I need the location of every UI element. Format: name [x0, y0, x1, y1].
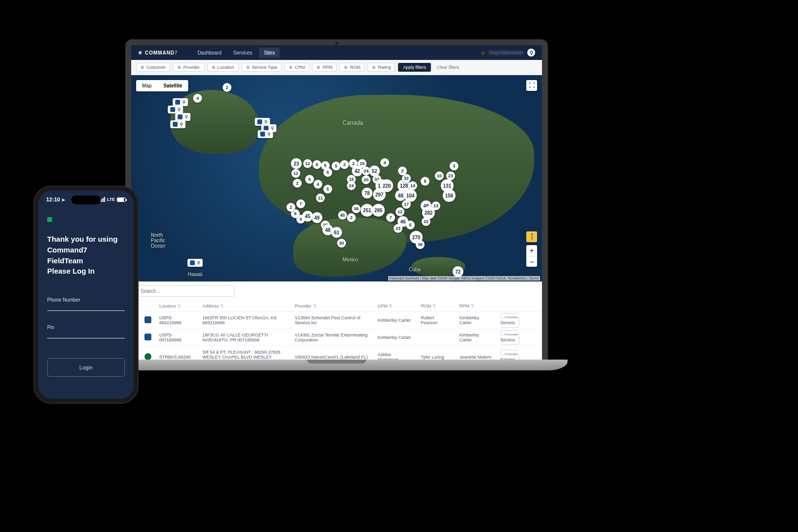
map-cluster[interactable]: 22 — [422, 217, 430, 226]
col-rom[interactable]: ROM⇅ — [417, 301, 456, 312]
create-service-button[interactable]: Create Service — [500, 350, 519, 360]
map-cluster[interactable]: 5 — [323, 168, 332, 177]
map-cluster[interactable]: 6 — [313, 160, 321, 169]
cell-location: USPS-007199998 — [155, 329, 199, 346]
create-service-button[interactable]: Create Service — [500, 330, 519, 345]
cell-rpm: Kimberley Carter — [456, 329, 496, 346]
filter-cpm[interactable]: ⊕CPM — [285, 63, 309, 72]
nav-dashboard[interactable]: Dashboard — [193, 48, 227, 58]
map-fullscreen-button[interactable]: ⛶ — [526, 80, 537, 91]
map-cluster[interactable]: 5 — [406, 221, 415, 229]
clear-filters-button[interactable]: Clear filters — [434, 63, 462, 72]
filter-bar: ⊕Customer ⊕Provider ⊕Location ⊕Service T… — [131, 60, 542, 75]
map-cluster[interactable]: 4 — [314, 180, 322, 189]
laptop-camera — [335, 42, 338, 45]
map-pin[interactable]: ⚲ — [168, 106, 183, 113]
laptop-bezel: ✳ COMMAND7 Dashboard Services Sites ◇ Gr… — [125, 39, 548, 360]
brand-logo: ✳ COMMAND7 — [138, 50, 178, 56]
nav-sites[interactable]: Sites — [259, 48, 280, 58]
map-cluster[interactable]: 2 — [398, 167, 407, 175]
cell-cpm: Ashlee Mortensen — [373, 346, 417, 360]
map-cluster[interactable]: 23 — [394, 224, 402, 233]
map-cluster[interactable]: 295 — [372, 204, 385, 217]
map-cluster[interactable]: 12 — [291, 169, 300, 178]
map-cluster[interactable]: 2 — [223, 83, 231, 92]
map-cluster[interactable]: 10 — [435, 171, 444, 180]
apply-filters-button[interactable]: Apply filters — [398, 63, 431, 72]
map-cluster[interactable]: 12 — [396, 207, 404, 216]
map-cluster[interactable]: 49 — [312, 212, 322, 223]
phone-number-field[interactable]: Phone Number — [47, 297, 125, 311]
cell-rpm: Kimberley Carter — [456, 312, 496, 329]
map-pin[interactable]: ⚲ — [188, 259, 203, 267]
map-pin[interactable]: ⚲ — [171, 120, 186, 128]
map-cluster[interactable]: 45 — [338, 211, 347, 220]
table-search-row — [131, 281, 542, 301]
filter-customer[interactable]: ⊕Customer — [136, 63, 170, 72]
map-cluster[interactable]: 17 — [402, 200, 411, 209]
map-cluster[interactable]: 8 — [421, 177, 429, 186]
map-cluster[interactable]: 72 — [453, 266, 463, 277]
map-cluster[interactable]: 5 — [323, 185, 332, 194]
map-container[interactable]: Map Satellite ⛶ 🧍 + − Canada Mexico Nort… — [131, 75, 542, 281]
col-provider[interactable]: Provider⇅ — [291, 301, 373, 312]
map-cluster[interactable]: 11 — [316, 194, 325, 202]
map-cluster[interactable]: 158 — [443, 189, 456, 202]
col-address[interactable]: Address⇅ — [199, 301, 291, 312]
map-cluster[interactable]: 12 — [303, 159, 312, 168]
brand-text: COMMAND7 — [145, 50, 178, 56]
map-cluster[interactable]: 5 — [332, 162, 341, 170]
map-cluster[interactable]: 7 — [296, 199, 305, 208]
map-pin[interactable]: ⚲ — [175, 113, 191, 121]
user-avatar[interactable]: ⚲ — [527, 49, 535, 56]
map-cluster[interactable]: 24 — [347, 181, 356, 190]
map-cluster[interactable]: 2 — [286, 203, 295, 212]
map-cluster[interactable]: 3 — [450, 162, 458, 170]
map-cluster[interactable]: 2 — [347, 213, 356, 222]
create-service-button[interactable]: Create Service — [500, 313, 519, 328]
col-cpm[interactable]: CPM⇅ — [373, 301, 417, 312]
filter-rpm[interactable]: ⊕RPM — [312, 63, 337, 72]
nav-services[interactable]: Services — [228, 48, 257, 58]
carrier-label: LTE — [107, 197, 115, 202]
col-location[interactable]: Location⇅ — [155, 301, 199, 312]
map-type-map[interactable]: Map — [136, 80, 157, 91]
filter-location[interactable]: ⊕Location — [207, 63, 239, 72]
map-cluster[interactable]: 20 — [362, 175, 370, 184]
notification-icon[interactable]: ◇ — [481, 50, 485, 56]
login-button[interactable]: Login — [47, 358, 125, 377]
cell-rpm: Jeanette Matern — [456, 346, 496, 360]
map-zoom-in[interactable]: + — [526, 245, 537, 256]
filter-service-type[interactable]: ⊕Service Type — [242, 63, 282, 72]
map-cluster[interactable]: 61 — [331, 227, 342, 238]
filter-rom[interactable]: ⊕ROM — [340, 63, 365, 72]
map-type-satellite[interactable]: Satellite — [157, 80, 188, 91]
map-cluster[interactable]: 4 — [193, 94, 202, 103]
phone-frame: 12:10 ➤ LTE Thank you for using Command7… — [34, 187, 138, 403]
user-name: Greg Rasmussen — [489, 50, 523, 55]
col-rpm[interactable]: RPM⇅ — [456, 301, 496, 312]
map-cluster[interactable]: 6 — [305, 175, 314, 184]
map-cluster[interactable]: 39 — [416, 240, 425, 249]
map-cluster[interactable]: 42 — [352, 166, 363, 176]
map-cluster[interactable]: 7 — [386, 213, 395, 222]
map-cluster[interactable]: 30 — [337, 239, 346, 248]
map-zoom-control: + − — [526, 245, 537, 267]
map-cluster[interactable]: 2 — [340, 160, 349, 169]
map-cluster[interactable]: 2 — [293, 179, 302, 188]
filter-provider[interactable]: ⊕Provider — [173, 63, 204, 72]
map-zoom-out[interactable]: − — [526, 256, 537, 267]
pin-field[interactable]: Pin — [47, 325, 125, 338]
map-cluster[interactable]: 4 — [380, 158, 389, 167]
filter-rating[interactable]: ⊕Rating — [368, 63, 395, 72]
map-cluster[interactable]: 78 — [362, 188, 372, 198]
search-input[interactable] — [136, 285, 234, 297]
map-pegman[interactable]: 🧍 — [526, 231, 537, 242]
map-pin[interactable]: ⚲ — [258, 130, 273, 138]
map-cluster[interactable]: 297 — [373, 188, 386, 201]
map-cluster[interactable]: 23 — [291, 158, 302, 169]
cell-location: STRBKS-68290 — [155, 346, 199, 360]
map-cluster[interactable]: 36 — [352, 204, 361, 213]
map-type-toggle: Map Satellite — [136, 80, 188, 91]
map-pin[interactable]: ⚲ — [173, 98, 188, 106]
